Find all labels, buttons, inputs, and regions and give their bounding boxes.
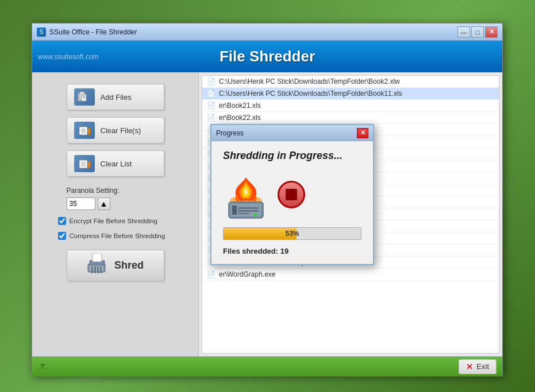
- compress-checkbox-row: Compress File Before Shredding: [58, 232, 173, 240]
- window-title: SSuite Office - File Shredder: [49, 28, 137, 36]
- svg-rect-21: [97, 266, 99, 273]
- clear-files-button[interactable]: Clear File(s): [67, 117, 164, 143]
- progress-dialog-title: Progress: [216, 129, 244, 137]
- svg-rect-28: [232, 205, 237, 215]
- encrypt-checkbox[interactable]: [58, 217, 66, 225]
- compress-checkbox[interactable]: [58, 232, 66, 240]
- exit-button[interactable]: ✕ Exit: [459, 359, 496, 374]
- svg-rect-30: [238, 210, 259, 212]
- svg-point-32: [253, 213, 257, 216]
- file-path: er\Book21.xls: [219, 102, 261, 110]
- add-files-button[interactable]: Add Files: [67, 84, 164, 110]
- shred-button[interactable]: Shred: [67, 250, 164, 281]
- status-bar: .?. ✕ Exit: [32, 356, 502, 377]
- paranoia-label: Paranoia Setting:: [67, 187, 120, 195]
- add-files-label: Add Files: [101, 93, 132, 102]
- paranoia-section: Paranoia Setting: ▲: [67, 187, 164, 210]
- file-path: C:\Users\Henk PC Stick\Downloads\TempFol…: [219, 90, 402, 98]
- svg-rect-16: [88, 161, 90, 168]
- title-controls: — □ ✕: [457, 26, 498, 38]
- file-icon: 📄: [207, 270, 215, 278]
- file-icon: 📄: [207, 90, 215, 98]
- header-bar: www.ssuitesoft.com File Shredder: [32, 41, 502, 72]
- exit-label: Exit: [476, 362, 489, 371]
- list-item[interactable]: 📄er\WordGraph.exe: [202, 269, 499, 281]
- paranoia-input[interactable]: [67, 197, 95, 210]
- compress-label: Compress File Before Shredding: [70, 232, 165, 239]
- title-bar: S SSuite Office - File Shredder — □ ✕: [32, 24, 502, 41]
- file-path: er\WordGraph.exe: [219, 270, 276, 278]
- progress-percent-label: 53%: [285, 230, 299, 238]
- status-text: .?.: [38, 362, 46, 371]
- clear-list-button[interactable]: Clear List: [67, 150, 164, 177]
- progress-main-area: [223, 169, 361, 220]
- clear-list-icon: [74, 155, 95, 172]
- encrypt-label: Encrypt File Before Shredding: [70, 218, 157, 224]
- list-item[interactable]: 📄C:\Users\Henk PC Stick\Downloads\TempFo…: [202, 76, 499, 88]
- progress-dialog: Progress ✕ Shredding in Progress...: [210, 124, 374, 265]
- title-bar-left: S SSuite Office - File Shredder: [37, 28, 137, 37]
- exit-icon: ✕: [466, 362, 473, 371]
- close-button[interactable]: ✕: [485, 26, 498, 38]
- progress-heading: Shredding in Progress...: [223, 150, 361, 162]
- clear-files-icon: [74, 122, 95, 139]
- file-icon: 📄: [207, 114, 215, 122]
- svg-rect-10: [88, 128, 90, 135]
- flame-disk-graphic: [223, 169, 269, 220]
- svg-rect-31: [238, 213, 249, 214]
- svg-rect-24: [93, 254, 102, 262]
- encrypt-checkbox-row: Encrypt File Before Shredding: [58, 217, 173, 225]
- files-shredded-label: Files shredded: 19: [223, 247, 361, 255]
- file-icon: 📄: [207, 102, 215, 110]
- stop-icon: [286, 189, 297, 200]
- svg-rect-22: [100, 266, 102, 273]
- app-title: File Shredder: [220, 48, 315, 65]
- paranoia-input-row: ▲: [67, 197, 110, 210]
- restore-button[interactable]: □: [471, 26, 484, 38]
- svg-rect-20: [94, 266, 96, 273]
- list-item[interactable]: 📄C:\Users\Henk PC Stick\Downloads\TempFo…: [202, 88, 499, 100]
- clear-list-label: Clear List: [101, 160, 132, 168]
- clear-files-label: Clear File(s): [101, 126, 141, 135]
- shred-label: Shred: [114, 259, 144, 271]
- header-url: www.ssuitesoft.com: [38, 53, 98, 61]
- svg-rect-19: [91, 266, 93, 273]
- progress-bar-container: 53%: [223, 227, 361, 240]
- progress-title-bar: Progress ✕: [211, 125, 373, 141]
- left-panel: Add Files Clear File(s): [32, 72, 199, 356]
- svg-rect-29: [238, 207, 259, 209]
- minimize-button[interactable]: —: [457, 26, 470, 38]
- progress-body: Shredding in Progress...: [211, 141, 373, 264]
- progress-close-button[interactable]: ✕: [357, 128, 368, 138]
- list-item[interactable]: 📄er\Book22.xls: [202, 112, 499, 124]
- spinner-up-button[interactable]: ▲: [98, 197, 110, 210]
- file-path: er\Book22.xls: [219, 114, 261, 122]
- list-item[interactable]: 📄er\Book21.xls: [202, 100, 499, 112]
- main-window: S SSuite Office - File Shredder — □ ✕ ww…: [32, 23, 503, 376]
- stop-button[interactable]: [278, 181, 305, 208]
- file-icon: 📄: [207, 77, 215, 86]
- shred-icon: [87, 254, 109, 277]
- add-files-icon: [74, 88, 95, 106]
- file-path: C:\Users\Henk PC Stick\Downloads\TempFol…: [219, 77, 400, 86]
- app-icon: S: [37, 28, 46, 37]
